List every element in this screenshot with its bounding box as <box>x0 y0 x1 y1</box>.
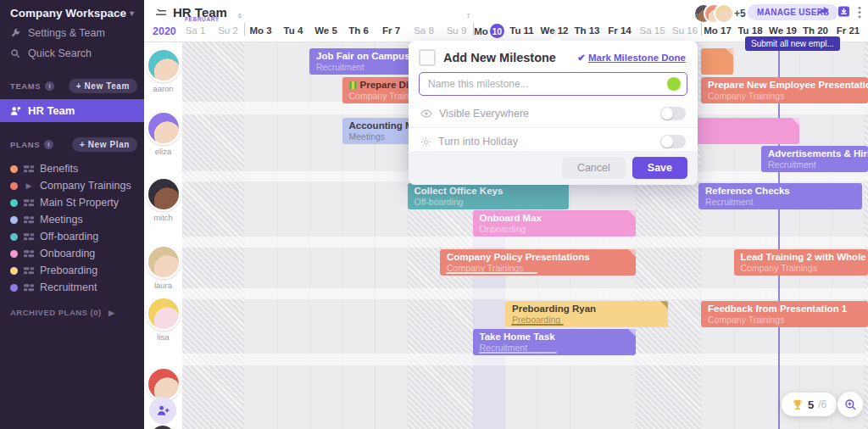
task-plan: Company Trainings <box>741 263 862 273</box>
day-label[interactable]: Su 9 <box>440 25 473 36</box>
avatar[interactable] <box>147 111 181 145</box>
day-label[interactable]: Fr 21 <box>832 25 865 36</box>
day-label[interactable]: Th 20 <box>799 25 832 36</box>
day-label[interactable]: Fr 7 <box>375 25 408 36</box>
member[interactable]: laura <box>146 245 181 290</box>
mark-milestone-done-link[interactable]: ✔ Mark Milestone Done <box>577 52 686 64</box>
day-label[interactable]: Th 13 <box>570 25 604 36</box>
task-bar[interactable]: Onboard Max Onboarding <box>473 210 636 237</box>
plan-bars-icon <box>24 267 34 275</box>
sidebar-item-preboarding[interactable]: Preboarding <box>0 262 144 279</box>
member-name: aaron <box>146 84 181 93</box>
archived-plans-toggle[interactable]: ARCHIVED PLANS (0) ▶ <box>0 308 144 317</box>
modal-pointer <box>549 35 563 42</box>
plan-bars-icon <box>24 284 34 292</box>
day-label[interactable]: We 5 <box>309 25 342 36</box>
zoom-button[interactable] <box>837 392 863 417</box>
extra-users-count[interactable]: +5 <box>734 8 746 20</box>
day-label[interactable]: Tu 11 <box>505 25 538 36</box>
member[interactable]: eliza <box>146 111 181 156</box>
fold-corner-icon <box>628 249 636 257</box>
sidebar-item-benefits[interactable]: Benefits <box>0 160 144 177</box>
day-label[interactable]: Mo 3 <box>244 25 277 36</box>
sidebar-item-search[interactable]: Quick Search <box>0 43 144 64</box>
member[interactable]: aaron <box>146 48 181 93</box>
day-label-today[interactable]: Mo 10 <box>473 24 506 38</box>
milestone-name-input[interactable] <box>419 72 687 96</box>
avatar[interactable] <box>147 177 181 211</box>
save-button[interactable]: Save <box>632 157 687 179</box>
task-bar[interactable]: Prepare New Employee Presentation Compan… <box>701 77 868 103</box>
avatar[interactable] <box>147 297 181 331</box>
day-label[interactable]: Sa 1 <box>179 25 212 36</box>
fold-corner-icon <box>660 301 668 309</box>
sidebar-item-settings[interactable]: Settings & Team <box>0 23 144 43</box>
more-menu-icon[interactable] <box>858 6 861 22</box>
task-bar[interactable]: Lead Training 2 with Whole Team Company … <box>734 249 868 276</box>
task-title: Company Policy Presentations <box>447 252 629 263</box>
day-label[interactable]: Sa 15 <box>636 25 669 36</box>
chevron-down-icon: ▾ <box>130 8 134 18</box>
member[interactable]: mitch <box>146 177 181 222</box>
day-label[interactable]: Su 2 <box>212 25 245 36</box>
add-member-button[interactable] <box>149 397 176 424</box>
task-bar[interactable]: Preboarding Ryan Preboarding <box>505 301 668 327</box>
collapse-sidebar-icon[interactable] <box>154 6 168 21</box>
task-title: Preboarding Ryan <box>512 304 661 315</box>
magnifier-plus-icon <box>844 398 857 411</box>
sidebar-item-meetings[interactable]: Meetings <box>0 211 144 228</box>
task-bar[interactable]: Reference Checks Recruitment <box>698 183 862 209</box>
info-icon[interactable]: i <box>45 81 54 91</box>
new-plan-button[interactable]: + New Plan <box>72 137 137 152</box>
visible-everywhere-toggle[interactable] <box>660 107 686 120</box>
sidebar-item-off-boarding[interactable]: Off-boarding <box>0 228 144 245</box>
sidebar-item-company-trainings[interactable]: ▶ Company Trainings <box>0 177 144 194</box>
avatar[interactable] <box>147 245 181 279</box>
visible-everywhere-row: Visible Everywhere <box>409 101 698 126</box>
sidebar-item-hr-team[interactable]: HR Team <box>0 99 144 122</box>
goals-progress-button[interactable]: 5 /6 <box>782 393 837 416</box>
task-bar[interactable]: Company Policy Presentations Company Tra… <box>440 249 636 276</box>
fold-corner-icon <box>726 48 733 56</box>
task-bar[interactable] <box>701 48 733 75</box>
day-label[interactable]: Tu 18 <box>734 25 767 36</box>
info-icon[interactable]: i <box>44 140 53 149</box>
day-label[interactable]: Fr 14 <box>604 25 637 36</box>
day-label[interactable]: Su 16 <box>669 25 702 36</box>
share-icon[interactable] <box>816 5 829 21</box>
milestone-color-dot[interactable] <box>667 77 681 91</box>
day-label[interactable]: Mo 17 <box>701 25 734 36</box>
task-bar[interactable]: Feedback from Presentation 1 Company Tra… <box>701 301 868 327</box>
member[interactable] <box>146 367 181 401</box>
avatar[interactable] <box>149 424 176 429</box>
member[interactable]: lisa <box>146 297 181 342</box>
sidebar-item-main-st-property[interactable]: Main St Property <box>0 194 144 211</box>
user-avatar[interactable] <box>714 3 734 24</box>
avatar[interactable] <box>147 367 181 401</box>
cancel-button[interactable]: Cancel <box>562 157 626 179</box>
task-bar[interactable]: Advertisements & Hiring Campaign Recruit… <box>761 146 868 172</box>
inbox-icon[interactable] <box>837 5 850 21</box>
day-label[interactable]: Tu 4 <box>277 25 310 36</box>
day-label[interactable]: We 19 <box>766 25 799 36</box>
week-divider <box>473 23 474 36</box>
sidebar-item-recruitment[interactable]: Recruitment <box>0 279 144 296</box>
avatar[interactable] <box>147 48 181 82</box>
turn-into-holiday-toggle[interactable] <box>660 135 686 148</box>
milestone-checkbox[interactable] <box>419 49 436 66</box>
chevron-right-icon[interactable]: ▶ <box>24 181 34 190</box>
day-label[interactable]: Sa 8 <box>408 25 441 36</box>
task-title: Advertisements & Hiring Campaign <box>768 148 861 159</box>
timeline-month: FEBRUARY <box>185 16 220 22</box>
teams-label: TEAMS <box>10 81 41 91</box>
plan-bars-icon <box>24 165 34 173</box>
plan-label: Meetings <box>40 214 83 226</box>
timeline-year[interactable]: 2020 <box>153 25 176 37</box>
new-team-button[interactable]: + New Team <box>69 79 137 93</box>
sidebar-item-onboarding[interactable]: Onboarding <box>0 245 144 262</box>
day-label[interactable]: Th 6 <box>342 25 376 36</box>
task-bar[interactable]: Collect Office Keys Off-boarding <box>408 183 569 209</box>
row-separator <box>182 288 868 299</box>
task-bar[interactable]: Take Home Task Recruitment <box>473 329 636 355</box>
workspace-switcher[interactable]: Company Workspace ▾ <box>0 0 144 23</box>
